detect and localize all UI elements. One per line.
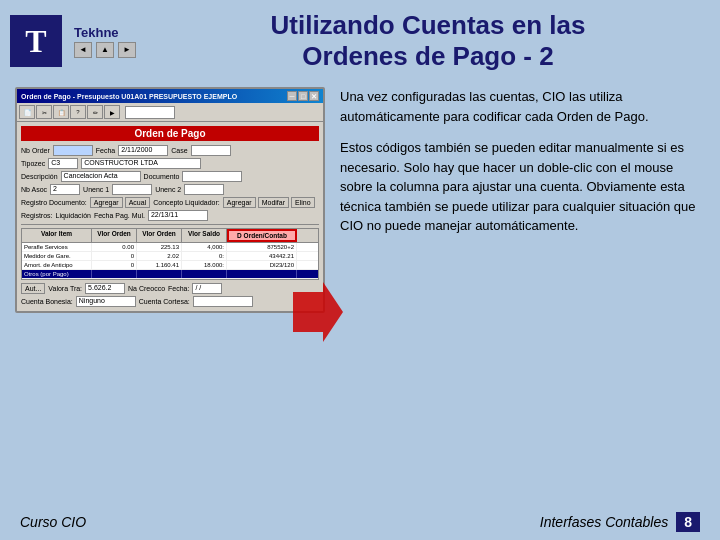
page-number: 8: [676, 512, 700, 532]
divider-1: [21, 224, 319, 225]
caso-label: Case: [171, 147, 187, 154]
tb-btn-4[interactable]: ?: [70, 105, 86, 119]
form-row-6: Registros: Liquidación Fecha Pag. Mul. 2…: [21, 210, 319, 221]
aut-btn[interactable]: Aut...: [21, 283, 45, 294]
win-title: Orden de Pago - Presupuesto U01A01 PRESU…: [21, 93, 237, 100]
unenc1-label: Unenc 1: [83, 186, 109, 193]
tb-btn-1[interactable]: 📄: [19, 105, 35, 119]
logo-box: T: [10, 15, 62, 67]
dialog-window: Orden de Pago - Presupuesto U01A01 PRESU…: [15, 87, 325, 313]
td-desc-4: Otros (por Pago): [22, 270, 92, 278]
form-row-2: Tipozec C3 CONSTRUCTOR LTDA: [21, 158, 319, 169]
orden-header: Orden de Pago: [21, 126, 319, 141]
td-desc-1: Perafle Services: [22, 243, 92, 251]
valora-tra-label: Valora Tra:: [48, 285, 82, 292]
caso-input[interactable]: [191, 145, 231, 156]
nb-orden-input[interactable]: [53, 145, 93, 156]
fecha-val-input[interactable]: / /: [192, 283, 222, 294]
table-row: Otros (por Pago): [22, 270, 318, 279]
nb-orden-label: Nb Order: [21, 147, 50, 154]
td-v1-1: 0.00: [92, 243, 137, 251]
nav-back-button[interactable]: ◄: [74, 42, 92, 58]
doc-label: Documento: [144, 173, 180, 180]
agregar-btn-2[interactable]: Agregar: [223, 197, 256, 208]
logo-letter: T: [25, 23, 46, 60]
win-titlebar: Orden de Pago - Presupuesto U01A01 PRESU…: [17, 89, 323, 103]
footer: Curso CIO Interfases Contables 8: [0, 512, 720, 532]
form-row-5: Registro Documento: Agregar Acual Concep…: [21, 197, 319, 208]
td-v3-1: 4,000:: [182, 243, 227, 251]
cuenta-bonesia-select[interactable]: Ninguno: [76, 296, 136, 307]
toolbar-field[interactable]: [125, 106, 175, 119]
win-close-btn[interactable]: ✕: [309, 91, 319, 101]
bottom-row-1: Aut... Valora Tra: 5.626.2 Na Creocco Fe…: [21, 283, 319, 294]
modif-btn[interactable]: Modifar: [258, 197, 289, 208]
tipozec-label: Tipozec: [21, 160, 45, 167]
th-v2: Vlor Orden: [137, 229, 182, 242]
tb-btn-5[interactable]: ✏: [87, 105, 103, 119]
td-v4-2: 43442.21: [227, 252, 297, 260]
tb-btn-3[interactable]: 📋: [53, 105, 69, 119]
table-row: Medidor de Gare. 0 2.02 0: 43442.21: [22, 252, 318, 261]
main-title-area: Utilizando Cuentas en las Ordenes de Pag…: [156, 10, 700, 72]
win-maximize-btn[interactable]: □: [298, 91, 308, 101]
td-v3-3: 18.000:: [182, 261, 227, 269]
na-creocco-label: Na Creocco: [128, 285, 165, 292]
unenc2-input[interactable]: [184, 184, 224, 195]
text-panel: Una vez configuradas las cuentas, CIO la…: [340, 87, 705, 517]
valora-tra-input[interactable]: 5.626.2: [85, 283, 125, 294]
th-v3: Vlor Saldo: [182, 229, 227, 242]
reg-doc-label: Registro Documento:: [21, 199, 87, 206]
cuenta-bonesia-label: Cuenta Bonesia:: [21, 298, 73, 305]
registros-label: Registros:: [21, 212, 53, 219]
liq-label: Liquidación: [56, 212, 91, 219]
paragraph-1: Una vez configuradas las cuentas, CIO la…: [340, 87, 705, 126]
td-v3-2: 0:: [182, 252, 227, 260]
acual-btn[interactable]: Acual: [125, 197, 151, 208]
nbasoc-input[interactable]: 2: [50, 184, 80, 195]
empresa-input[interactable]: CONSTRUCTOR LTDA: [81, 158, 201, 169]
agregar-btn-1[interactable]: Agregar: [90, 197, 123, 208]
form-row-1: Nb Order Fecha 2/11/2000 Case: [21, 145, 319, 156]
doc-input[interactable]: [182, 171, 242, 182]
td-v1-4: [92, 270, 137, 278]
desc-label: Descripción: [21, 173, 58, 180]
desc-input[interactable]: Cancelacion Acta: [61, 171, 141, 182]
header: T Tekhne ◄ ▲ ► Utilizando Cuentas en las…: [0, 0, 720, 77]
tipozec-input[interactable]: C3: [48, 158, 78, 169]
unenc2-label: Unenc 2: [155, 186, 181, 193]
paragraph-2: Estos códigos también se pueden editar m…: [340, 138, 705, 236]
app-title: Tekhne: [74, 25, 136, 40]
table-header: Valor Item Vlor Orden Vlor Orden Vlor Sa…: [22, 229, 318, 243]
unenc1-input[interactable]: [112, 184, 152, 195]
screenshot-window: Orden de Pago - Presupuesto U01A01 PRESU…: [15, 87, 325, 517]
td-desc-3: Amort. de Anticipo: [22, 261, 92, 269]
win-body: Orden de Pago Nb Order Fecha 2/11/2000 C…: [17, 122, 323, 311]
fecha-input[interactable]: 2/11/2000: [118, 145, 168, 156]
tb-btn-2[interactable]: ✂: [36, 105, 52, 119]
td-v1-2: 0: [92, 252, 137, 260]
fecha-pag-label: Fecha Pag. Mul.: [94, 212, 145, 219]
fecha-pag-input[interactable]: 22/13/11: [148, 210, 208, 221]
win-toolbar: 📄 ✂ 📋 ? ✏ ▶: [17, 103, 323, 122]
td-v3-4: [182, 270, 227, 278]
tb-btn-6[interactable]: ▶: [104, 105, 120, 119]
footer-right-text: Interfases Contables: [540, 514, 668, 530]
footer-left-text: Curso CIO: [20, 514, 86, 530]
svg-marker-0: [293, 282, 343, 342]
table-row: Amort. de Anticipo 0 1.160.41 18.000: DI…: [22, 261, 318, 270]
th-desc: Valor Item: [22, 229, 92, 242]
th-v4: D Orden/Contab: [227, 229, 297, 242]
cuenta-cortesa-label: Cuenta Cortesa:: [139, 298, 190, 305]
td-v4-1: 875520+2: [227, 243, 297, 251]
cuenta-cortesa-input[interactable]: [193, 296, 253, 307]
nav-home-button[interactable]: ▲: [96, 42, 114, 58]
td-desc-2: Medidor de Gare.: [22, 252, 92, 260]
arrow-decoration: [293, 282, 343, 346]
win-minimize-btn[interactable]: ─: [287, 91, 297, 101]
elim-btn[interactable]: Elino: [291, 197, 315, 208]
nav-forward-button[interactable]: ►: [118, 42, 136, 58]
td-v4-3: DI23/120: [227, 261, 297, 269]
td-v2-1: 225.13: [137, 243, 182, 251]
td-v2-3: 1.160.41: [137, 261, 182, 269]
